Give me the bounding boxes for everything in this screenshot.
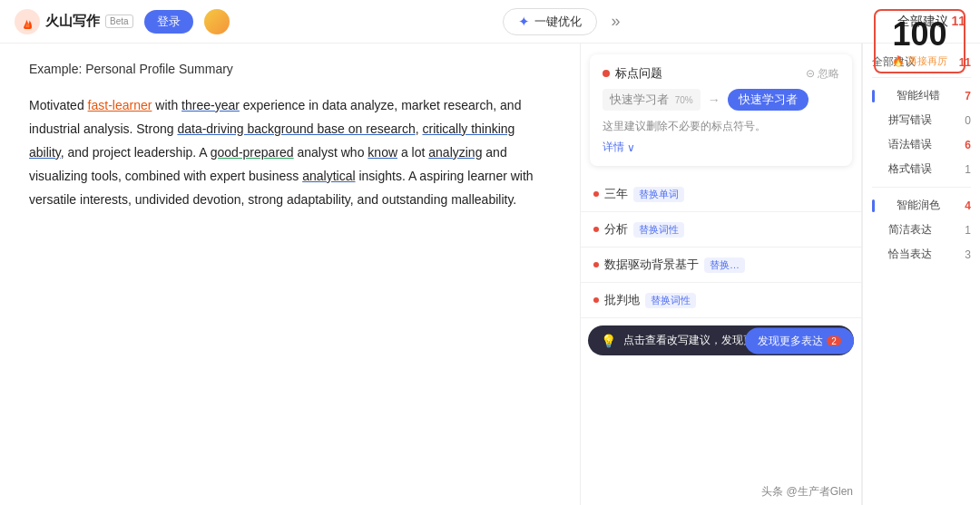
highlight-data-driving: data-driving background base on research bbox=[177, 121, 415, 136]
item-text-1: 三年 bbox=[604, 186, 628, 202]
right-item-grammar[interactable]: 语法错误 6 bbox=[872, 132, 971, 157]
item-tag-2[interactable]: 替换词性 bbox=[633, 222, 684, 238]
item-text-4: 批判地 bbox=[604, 292, 640, 308]
doc-body: Motivated fast-learner with three-year e… bbox=[29, 94, 551, 211]
item-tag-1[interactable]: 替换单词 bbox=[633, 187, 684, 202]
app-name: 火山写作 bbox=[45, 13, 100, 30]
highlight-know: know bbox=[368, 145, 397, 160]
logo-icon bbox=[15, 9, 40, 34]
suggestion-item-4: 批判地 替换词性 bbox=[581, 283, 861, 318]
highlight-three-year: three-year bbox=[181, 98, 240, 112]
item-dot-icon-2 bbox=[593, 227, 599, 232]
topbar-center: ✦ 一键优化 » bbox=[240, 8, 887, 35]
right-item-concise[interactable]: 简洁表达 1 bbox=[872, 218, 971, 242]
optimize-button[interactable]: ✦ 一键优化 bbox=[503, 8, 597, 35]
highlight-fast-learner: fast-learner bbox=[88, 98, 152, 112]
item-text-3: 数据驱动背景基于 bbox=[604, 257, 699, 273]
logo-area: 火山写作 Beta bbox=[15, 9, 133, 34]
main-layout: Example: Personal Profile Summary Motiva… bbox=[0, 44, 980, 505]
right-item-smart-polish[interactable]: 智能润色 4 bbox=[872, 193, 971, 218]
spark-icon: ✦ bbox=[518, 14, 530, 30]
right-item-appropriate[interactable]: 恰当表达 3 bbox=[872, 242, 971, 267]
discover-label: 发现更多表达 bbox=[758, 333, 823, 348]
discover-button[interactable]: 发现更多表达 2 bbox=[745, 327, 854, 354]
card-dot-icon bbox=[603, 70, 610, 77]
item-tag-3[interactable]: 替换… bbox=[704, 257, 745, 273]
item-dot-icon-3 bbox=[593, 262, 599, 267]
highlight-good-prepared: good-prepared bbox=[211, 145, 294, 160]
right-panel: 全部建议 11 智能纠错 7 拼写错误 0 语法错误 6 格式错误 1 智能润色… bbox=[862, 44, 980, 505]
item-text-2: 分析 bbox=[604, 221, 628, 238]
suggestions-panel: 标点问题 ⊝ 忽略 快速学习者 70% → 快速学习者 这里建议删除不必要的标点… bbox=[581, 44, 862, 505]
original-text: 快速学习者 70% bbox=[603, 89, 701, 111]
item-tag-4[interactable]: 替换词性 bbox=[645, 293, 696, 308]
topbar: 火山写作 Beta 登录 ✦ 一键优化 » 全部建议 11 bbox=[0, 0, 980, 44]
beta-badge: Beta bbox=[105, 15, 133, 28]
right-item-format[interactable]: 格式错误 1 bbox=[872, 157, 971, 181]
more-button[interactable]: » bbox=[608, 12, 624, 31]
bar-icon-2 bbox=[872, 199, 875, 212]
bar-icon-1 bbox=[872, 90, 875, 102]
card-header: 标点问题 ⊝ 忽略 bbox=[603, 65, 839, 82]
suggestion-item-1: 三年 替换单词 bbox=[581, 177, 861, 212]
login-button[interactable]: 登录 bbox=[144, 10, 193, 34]
item-dot-icon-4 bbox=[593, 297, 599, 303]
suggestion-card-punctuation: 标点问题 ⊝ 忽略 快速学习者 70% → 快速学习者 这里建议删除不必要的标点… bbox=[590, 54, 852, 166]
highlight-analyzing: analyzing bbox=[428, 145, 482, 160]
item-dot-icon bbox=[593, 191, 599, 197]
editor-panel: Example: Personal Profile Summary Motiva… bbox=[0, 44, 581, 505]
card-detail-button[interactable]: 详情 ∨ bbox=[603, 140, 839, 155]
optimize-label: 一键优化 bbox=[534, 14, 582, 30]
watermark: 头条 @生产者Glen bbox=[761, 484, 853, 500]
card-description: 这里建议删除不必要的标点符号。 bbox=[603, 118, 839, 134]
divider bbox=[872, 77, 971, 78]
highlight-analytical: analytical bbox=[302, 169, 355, 183]
score-action: 🔥 再接再厉 bbox=[892, 54, 947, 68]
suggestion-item-2: 分析 替换词性 bbox=[581, 212, 861, 248]
score-number: 100 bbox=[892, 18, 947, 51]
score-box: 100 🔥 再接再厉 bbox=[874, 9, 965, 73]
arrow-icon: → bbox=[708, 92, 720, 107]
right-item-smart-correction[interactable]: 智能纠错 7 bbox=[872, 83, 971, 108]
compare-row: 快速学习者 70% → 快速学习者 bbox=[603, 89, 839, 111]
avatar-button[interactable] bbox=[204, 9, 230, 34]
doc-title: Example: Personal Profile Summary bbox=[29, 62, 551, 76]
ignore-button[interactable]: ⊝ 忽略 bbox=[806, 66, 839, 82]
card-title: 标点问题 bbox=[603, 65, 662, 82]
suggestion-item-3: 数据驱动背景基于 替换… bbox=[581, 248, 861, 283]
divider-2 bbox=[872, 187, 971, 188]
discover-badge: 2 bbox=[827, 335, 841, 345]
suggested-text[interactable]: 快速学习者 bbox=[728, 89, 808, 111]
right-item-spelling[interactable]: 拼写错误 0 bbox=[872, 108, 971, 132]
bulb-icon: 💡 bbox=[601, 334, 616, 348]
